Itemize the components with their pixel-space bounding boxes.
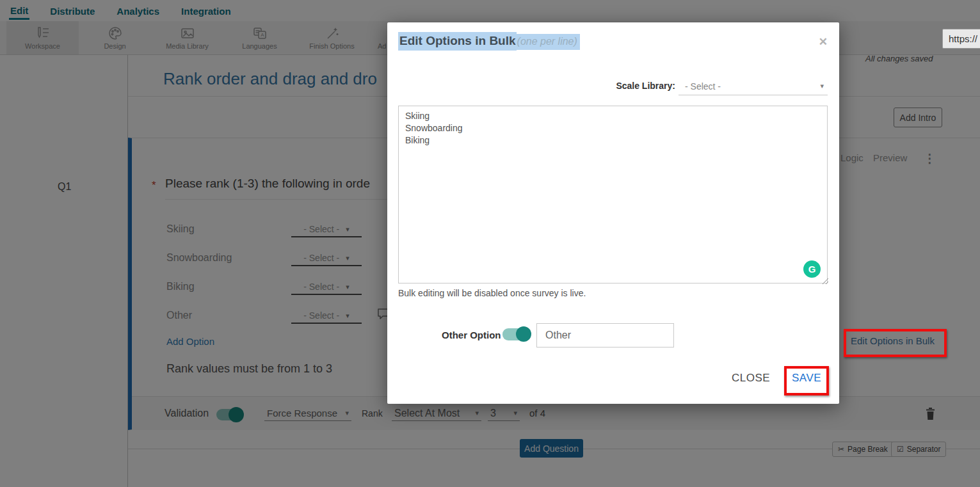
- annotation-box-edit-options-in-bulk: [844, 329, 947, 357]
- close-button[interactable]: CLOSE: [732, 372, 770, 385]
- modal-title: Edit Options in Bulk(one per line): [398, 34, 580, 48]
- other-option-toggle[interactable]: [502, 328, 529, 340]
- resize-handle-icon[interactable]: [822, 276, 829, 287]
- survey-url-field[interactable]: [942, 29, 980, 49]
- scale-library-label: Scale Library:: [554, 81, 675, 91]
- bulk-options-textarea[interactable]: Skiing Snowboarding Biking: [398, 106, 828, 283]
- other-option-input[interactable]: [536, 323, 674, 347]
- modal-title-hint: (one per line): [517, 34, 580, 50]
- edit-options-bulk-modal: Edit Options in Bulk(one per line) ✕ Sca…: [387, 22, 839, 404]
- close-icon[interactable]: ✕: [819, 35, 828, 49]
- other-option-label: Other Option: [442, 330, 501, 340]
- toggle-knob: [516, 326, 531, 342]
- select-value: - Select -: [685, 81, 721, 92]
- caret-down-icon: ▾: [820, 83, 824, 90]
- bulk-edit-note: Bulk editing will be disabled once surve…: [398, 288, 586, 298]
- grammarly-icon[interactable]: G: [803, 260, 821, 278]
- scale-library-select[interactable]: - Select - ▾: [679, 77, 828, 95]
- annotation-box-save: [784, 366, 829, 395]
- modal-title-text: Edit Options in Bulk: [398, 32, 517, 51]
